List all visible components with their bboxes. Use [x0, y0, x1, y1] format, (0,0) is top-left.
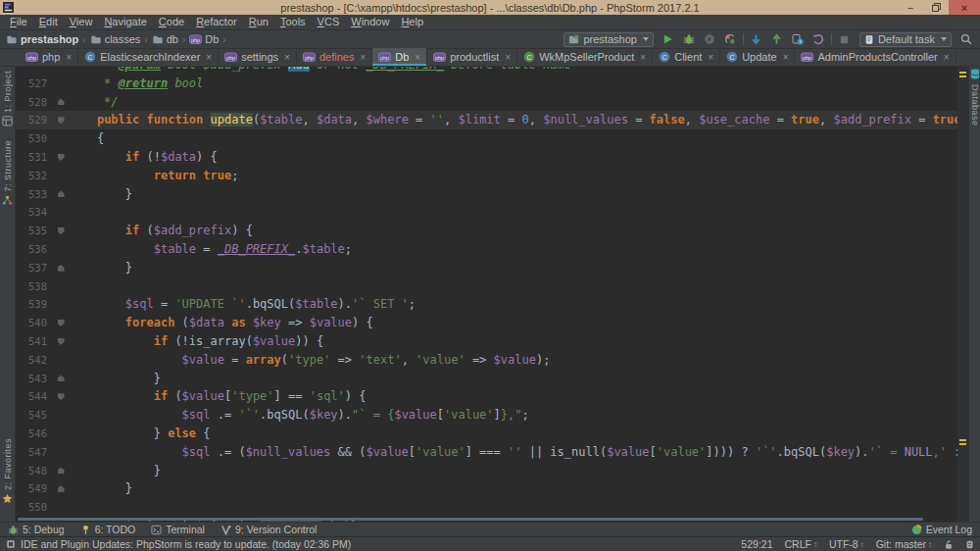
- breadcrumb-classes[interactable]: classes: [90, 33, 141, 45]
- horizontal-scrollbar[interactable]: [18, 518, 952, 521]
- vcs-commit-button[interactable]: [769, 31, 785, 47]
- coverage-button[interactable]: [702, 31, 717, 47]
- code-line-529: 529 public function update($table, $data…: [16, 111, 957, 129]
- menu-view[interactable]: View: [64, 15, 99, 29]
- fold-marker[interactable]: [53, 185, 69, 204]
- debug-button[interactable]: [681, 31, 697, 47]
- rollback-button[interactable]: [810, 31, 826, 47]
- warning-stripe-mark[interactable]: [959, 72, 966, 74]
- code-text: * @return bool: [69, 75, 957, 93]
- fold-marker[interactable]: [53, 314, 69, 332]
- toolwindow-5-debug[interactable]: 5: Debug: [8, 524, 65, 535]
- line-number: 545: [16, 406, 53, 425]
- maximize-button[interactable]: [923, 0, 949, 15]
- search-everywhere-button[interactable]: [958, 31, 974, 47]
- tab-close-icon[interactable]: ×: [944, 52, 950, 63]
- encoding-select[interactable]: UTF-8↕: [829, 538, 864, 550]
- toolwindow-6-todo[interactable]: 6: TODO: [80, 524, 136, 535]
- tab-close-icon[interactable]: ×: [284, 52, 290, 63]
- menu-window[interactable]: Window: [345, 15, 395, 29]
- menu-navigate[interactable]: Navigate: [98, 15, 152, 29]
- run-config-icon: [568, 34, 579, 45]
- tab-client[interactable]: CClient×: [653, 48, 720, 66]
- vcs-update-button[interactable]: [749, 31, 764, 47]
- breadcrumb-db[interactable]: phpDb: [189, 33, 219, 45]
- tab-close-icon[interactable]: ×: [360, 52, 366, 63]
- fold-marker[interactable]: [53, 93, 69, 112]
- minimize-button[interactable]: −: [898, 0, 923, 15]
- tab-productlist[interactable]: phpproductlist×: [427, 48, 517, 66]
- tab-wkmpsellerproduct[interactable]: CWkMpSellerProduct×: [517, 48, 653, 66]
- tab-adminproductscontroller[interactable]: phpAdminProductsController×: [795, 48, 956, 66]
- code-text: }: [69, 185, 957, 204]
- warning-stripe-mark[interactable]: [959, 443, 966, 445]
- toolwindow-9-version-control[interactable]: 9: Version Control: [220, 524, 317, 535]
- tool-stripe-2-favorites[interactable]: 2: Favorites: [2, 438, 13, 504]
- run-button[interactable]: [661, 31, 676, 47]
- tab-close-icon[interactable]: ×: [505, 52, 511, 63]
- caret-position[interactable]: 529:21: [741, 538, 772, 550]
- task-selector[interactable]: Default task: [859, 32, 952, 47]
- fold-marker: [53, 167, 69, 185]
- warning-stripe-mark[interactable]: [959, 75, 966, 77]
- warning-stripe-mark[interactable]: [959, 439, 966, 441]
- menu-run[interactable]: Run: [243, 15, 274, 29]
- code-text: return true;: [69, 167, 957, 185]
- fold-marker[interactable]: [53, 387, 69, 406]
- star-icon: [2, 493, 13, 504]
- tab-close-icon[interactable]: ×: [708, 52, 713, 63]
- tab-close-icon[interactable]: ×: [415, 52, 420, 63]
- tool-stripe-database[interactable]: Database: [970, 69, 980, 126]
- hector-inspections-icon[interactable]: [965, 539, 974, 550]
- fold-marker[interactable]: [53, 222, 69, 240]
- run-configuration-select[interactable]: prestashop: [564, 32, 653, 47]
- tool-stripe-1-project[interactable]: 1: Project: [2, 71, 13, 126]
- error-stripe[interactable]: [957, 67, 968, 522]
- fold-marker[interactable]: [53, 370, 69, 388]
- fold-marker[interactable]: [53, 462, 69, 480]
- fold-marker[interactable]: [53, 111, 69, 129]
- tab-close-icon[interactable]: ×: [640, 52, 646, 63]
- stop-button[interactable]: [837, 31, 853, 47]
- vcs-changes-button[interactable]: [790, 31, 806, 47]
- tab-settings[interactable]: phpsettings×: [219, 48, 297, 66]
- menu-tools[interactable]: Tools: [274, 15, 312, 29]
- tab-elasticsearchindexer[interactable]: CElasticsearchIndexer×: [78, 48, 219, 66]
- status-message[interactable]: IDE and Plugin Updates: PhpStorm is read…: [21, 538, 351, 550]
- scrollbar-thumb[interactable]: [18, 518, 923, 521]
- tool-stripe-7-structure[interactable]: 7: Structure: [2, 140, 13, 206]
- fold-marker[interactable]: [53, 259, 69, 277]
- tab-defines[interactable]: phpdefines×: [297, 48, 372, 66]
- close-button[interactable]: ×: [949, 0, 980, 15]
- vcs-branch-select[interactable]: Git: master↕: [876, 538, 932, 550]
- menu-help[interactable]: Help: [395, 15, 429, 29]
- task-selector-label: Default task: [878, 33, 935, 45]
- menu-edit[interactable]: Edit: [33, 15, 64, 29]
- menu-refactor[interactable]: Refactor: [190, 15, 243, 29]
- todo-icon: [80, 525, 91, 535]
- code-editor[interactable]: * @param bool $add_prefix Add or not _DB…: [16, 67, 957, 522]
- breadcrumb-label: prestashop: [21, 33, 78, 45]
- line-number: 535: [16, 222, 53, 240]
- fold-marker[interactable]: [53, 479, 69, 498]
- breadcrumb-db[interactable]: db: [152, 33, 178, 45]
- event-log-icon: [911, 525, 922, 535]
- line-ending-select[interactable]: CRLF↕: [784, 538, 816, 550]
- unlock-icon[interactable]: [944, 539, 954, 550]
- tab-update[interactable]: CUpdate×: [720, 48, 795, 66]
- event-log-button[interactable]: Event Log: [911, 524, 972, 535]
- toolwindow-terminal[interactable]: Terminal: [151, 524, 205, 535]
- tab-close-icon[interactable]: ×: [66, 52, 72, 63]
- profile-button[interactable]: [722, 31, 738, 47]
- update-notification-icon[interactable]: [6, 539, 16, 549]
- tab-db[interactable]: phpDb×: [372, 48, 427, 66]
- tab-php[interactable]: phpphp×: [20, 48, 78, 66]
- tab-close-icon[interactable]: ×: [783, 52, 789, 63]
- menu-code[interactable]: Code: [153, 15, 190, 29]
- fold-marker[interactable]: [53, 332, 69, 351]
- breadcrumb-prestashop[interactable]: prestashop: [6, 33, 78, 45]
- menu-file[interactable]: File: [4, 15, 33, 29]
- tab-close-icon[interactable]: ×: [206, 52, 212, 63]
- fold-marker[interactable]: [53, 148, 69, 167]
- menu-vcs[interactable]: VCS: [312, 15, 346, 29]
